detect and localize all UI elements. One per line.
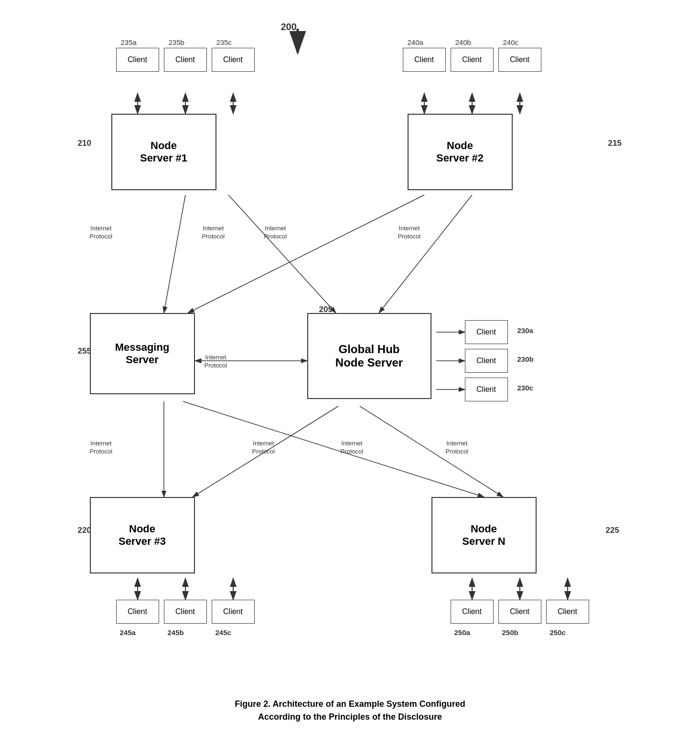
caption-line1: Figure 2. Architecture of an Example Sys… [235,698,465,711]
protocol-label-4: InternetProtocol [398,225,421,241]
protocol-label-bot1: InternetProtocol [90,440,113,456]
node-server-1: NodeServer #1 [111,114,216,190]
client-250a: Client [451,600,494,624]
client-label-230a: 230a [517,326,533,335]
client-245c: Client [212,600,255,624]
figure-caption: Figure 2. Architecture of an Example Sys… [235,698,465,724]
client-label-245a: 245a [120,628,136,637]
client-label-235b: 235b [169,38,184,46]
svg-line-10 [164,195,185,313]
client-label-240a: 240a [408,38,423,46]
svg-line-21 [360,406,503,497]
svg-line-19 [183,401,484,497]
caption-line2: According to the Principles of the Discl… [235,711,465,724]
client-label-245c: 245c [215,628,231,637]
client-235b: Client [164,48,207,72]
protocol-label-bot4: InternetProtocol [446,440,469,456]
client-label-235a: 235a [121,38,137,46]
node-server-2: NodeServer #2 [408,114,513,190]
client-240c: Client [498,48,541,72]
client-label-230c: 230c [517,384,533,392]
client-230b: Client [465,349,508,373]
node1-id: 210 [78,139,91,148]
client-label-230b: 230b [517,355,534,363]
svg-line-11 [228,195,336,313]
client-230a: Client [465,320,508,344]
client-235c: Client [212,48,255,72]
global-hub-server: Global HubNode Server [307,313,431,399]
client-245b: Client [164,600,207,624]
client-label-235c: 235c [216,38,232,46]
protocol-label-2: InternetProtocol [202,225,225,241]
node2-id: 215 [608,139,622,148]
client-240a: Client [403,48,446,72]
svg-line-12 [379,195,472,313]
ref-200-label: 200 [281,22,297,32]
protocol-label-bot3: InternetProtocol [341,440,364,456]
client-label-250a: 250a [454,628,470,637]
client-235a: Client [116,48,159,72]
node-server-n: NodeServer N [431,497,537,573]
diagram: 200 235a 235b 235c Client Client Client … [64,19,637,679]
protocol-label-1: InternetProtocol [90,225,113,241]
client-230c: Client [465,378,508,401]
protocol-label-mid: InternetProtocol [205,354,227,370]
client-245a: Client [116,600,159,624]
nodeN-id: 225 [606,526,619,535]
protocol-label-3: InternetProtocol [264,225,287,241]
client-240b: Client [451,48,494,72]
client-label-250c: 250c [550,628,566,637]
protocol-label-bot2: InternetProtocol [252,440,275,456]
client-label-245b: 245b [168,628,184,637]
client-250c: Client [546,600,589,624]
client-label-250b: 250b [502,628,518,637]
node-server-3: NodeServer #3 [90,497,195,573]
client-label-240b: 240b [455,38,471,46]
client-250b: Client [498,600,541,624]
svg-line-13 [188,195,424,313]
client-label-240c: 240c [503,38,519,46]
messaging-server: MessagingServer [90,313,195,394]
